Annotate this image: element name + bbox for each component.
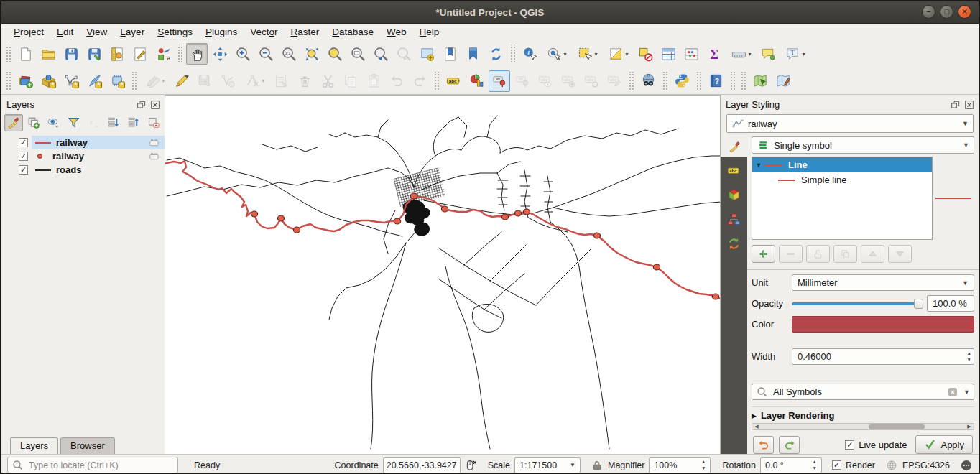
horizontal-scrollbar[interactable]: ◀ ▶ [752, 423, 974, 430]
zoom-full-button[interactable] [301, 43, 323, 65]
spin-down-icon[interactable]: ▼ [701, 465, 706, 471]
chevron-down-icon[interactable]: ▼ [963, 389, 970, 396]
coordinate-field[interactable]: 20.5660,-33.9427 [383, 457, 461, 473]
memory-layer-indicator-icon[interactable] [148, 150, 160, 162]
layer-item-railway-1[interactable]: ✓railway [1, 149, 165, 163]
symbols-filter-box[interactable]: All Symbols ▼ [752, 384, 974, 400]
select-features-button[interactable]: ▾ [573, 43, 602, 65]
magnifier-spinbox[interactable]: 100% ▲▼ [649, 457, 711, 473]
new-spatial-bookmark-button[interactable] [439, 43, 461, 65]
lock-scale-icon[interactable] [591, 459, 604, 472]
new-print-layout-button[interactable] [106, 43, 128, 65]
statistical-summary-button[interactable]: Σ [703, 43, 725, 65]
menu-project[interactable]: Project [7, 25, 50, 39]
tab-layers[interactable]: Layers [10, 437, 58, 454]
layer-rendering-section[interactable]: ▶ Layer Rendering [752, 406, 974, 421]
3d-view-tab[interactable] [726, 187, 741, 203]
crs-status[interactable]: EPSG:4326 [902, 460, 950, 470]
symbol-tree-item-simple-line[interactable]: Simple line [752, 172, 932, 187]
symbol-tree-item-line[interactable]: ▼ Line [752, 157, 932, 172]
layer-item-railway-0[interactable]: ✓railway [1, 136, 165, 149]
open-attribute-table-button[interactable] [657, 43, 679, 65]
add-group-button[interactable] [24, 114, 43, 131]
scroll-right-icon[interactable]: ▶ [965, 424, 974, 429]
width-spinbox[interactable]: 0.46000 ▲▼ [792, 348, 974, 365]
expand-triangle-icon[interactable]: ▼ [752, 162, 765, 169]
color-button[interactable] [792, 316, 974, 333]
dropdown-arrow-icon[interactable]: ▾ [625, 51, 628, 57]
python-console-button[interactable] [671, 70, 693, 92]
layer-visibility-checkbox[interactable]: ✓ [19, 165, 28, 175]
menu-help[interactable]: Help [413, 25, 446, 39]
minimize-button[interactable]: − [922, 5, 935, 19]
labels-tab[interactable]: abc [726, 163, 741, 178]
unit-combo[interactable]: Millimeter ▼ [792, 274, 974, 291]
open-project-button[interactable] [37, 43, 59, 65]
new-spatialite-layer-button[interactable]: * [83, 70, 105, 92]
symbology-tab[interactable] [721, 136, 747, 157]
menu-web[interactable]: Web [380, 25, 413, 39]
collapse-all-button[interactable] [124, 114, 143, 131]
close-panel-icon[interactable] [963, 99, 975, 110]
redo-style-button[interactable] [779, 436, 800, 454]
run-feature-action-button[interactable]: ▾ [542, 43, 571, 65]
history-tab[interactable] [726, 236, 741, 251]
scroll-left-icon[interactable]: ◀ [752, 424, 761, 429]
toggle-extents-icon[interactable] [465, 459, 478, 472]
refresh-button[interactable] [485, 43, 507, 65]
dropdown-arrow-icon[interactable]: ▾ [594, 51, 597, 57]
layer-row-body[interactable]: roads [32, 163, 165, 177]
messages-icon[interactable] [960, 459, 973, 472]
open-field-calculator-button[interactable] [680, 43, 702, 65]
new-geopackage-layer-button[interactable]: * [37, 70, 59, 92]
layer-row-body[interactable]: railway [32, 149, 165, 163]
spin-up-icon[interactable]: ▲ [813, 459, 817, 465]
deselect-features-button[interactable] [634, 43, 656, 65]
scale-combo[interactable]: 1:171500 ▼ [514, 457, 581, 473]
toggle-editing-button[interactable] [171, 70, 193, 92]
save-project-as-button[interactable] [83, 43, 105, 65]
layer-row-body[interactable]: railway [32, 136, 165, 149]
zoom-to-layer-button[interactable] [347, 43, 369, 65]
new-map-view-button[interactable] [416, 43, 438, 65]
pan-to-selection-button[interactable] [209, 43, 231, 65]
rotation-spinbox[interactable]: 0.0 ° ▲▼ [760, 457, 822, 473]
renderer-combo[interactable]: Single symbol ▼ [752, 136, 974, 154]
locator-input[interactable] [27, 460, 174, 471]
dropdown-arrow-icon[interactable]: ▾ [802, 51, 805, 57]
clear-icon[interactable] [946, 386, 959, 399]
menu-edit[interactable]: Edit [50, 25, 80, 39]
spin-up-icon[interactable]: ▲ [701, 459, 706, 465]
diagrams-tab[interactable] [726, 212, 741, 227]
style-manager-button[interactable]: a [152, 43, 174, 65]
dropdown-arrow-icon[interactable]: ▾ [563, 51, 566, 57]
plugin-map-search-button[interactable] [749, 70, 771, 92]
identify-features-button[interactable]: i [519, 43, 540, 65]
map-tips-button[interactable] [757, 43, 779, 65]
show-bookmarks-button[interactable] [462, 43, 484, 65]
menu-vector[interactable]: Vector [244, 25, 284, 39]
menu-layer[interactable]: Layer [114, 25, 151, 39]
close-panel-icon[interactable] [149, 99, 161, 110]
zoom-in-button[interactable] [232, 43, 254, 65]
open-layer-styling-button[interactable] [4, 114, 23, 131]
title-bar[interactable]: *Untitled Project - QGIS − ▢ ✕ [1, 1, 979, 24]
filter-legend-button[interactable] [64, 114, 83, 131]
layer-visibility-checkbox[interactable]: ✓ [19, 152, 28, 161]
float-panel-icon[interactable] [950, 99, 961, 110]
new-shapefile-layer-button[interactable]: * [60, 70, 82, 92]
dropdown-arrow-icon[interactable]: ▾ [748, 51, 751, 57]
undo-style-button[interactable] [753, 436, 774, 454]
live-update-checkbox[interactable]: ✓ [845, 440, 854, 450]
show-layout-manager-button[interactable] [129, 43, 151, 65]
layer-labeling-options-button[interactable]: abc [443, 70, 464, 92]
dropdown-arrow-icon[interactable]: ▾ [162, 78, 165, 84]
help-button[interactable]: ? [705, 70, 726, 92]
text-annotation-button[interactable]: T▾ [780, 43, 810, 65]
opacity-slider[interactable] [792, 295, 922, 312]
zoom-to-selection-button[interactable] [324, 43, 346, 65]
layer-diagram-options-button[interactable] [466, 70, 487, 92]
expand-all-button[interactable] [104, 114, 123, 131]
memory-layer-indicator-icon[interactable] [148, 136, 160, 149]
layer-item-roads-2[interactable]: ✓roads [1, 163, 165, 177]
